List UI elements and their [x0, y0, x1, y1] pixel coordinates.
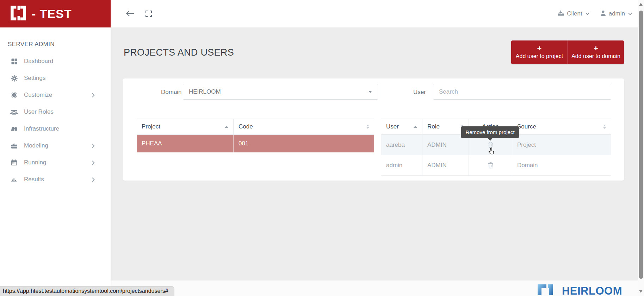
user-row: admin ADMIN [381, 155, 611, 176]
users-icon [10, 109, 18, 115]
heirloom-logo: HEIRLOOM [537, 282, 622, 296]
chevron-down-icon [628, 11, 632, 17]
logo-text: - TEST [32, 7, 72, 21]
client-label: Client [567, 10, 582, 17]
column-header-project[interactable]: Project [137, 119, 233, 135]
projects-users-card: Domain HEIRLOOM User Project Code [123, 78, 624, 181]
sidebar-item-label: Results [24, 176, 44, 183]
action-cell [469, 155, 512, 176]
remove-from-domain-button[interactable] [487, 161, 494, 169]
bar-chart-icon [10, 177, 18, 182]
sidebar-item-label: User Roles [24, 108, 54, 115]
add-user-to-domain-button[interactable]: + Add user to domain [568, 40, 624, 64]
source-cell: Project [512, 135, 611, 155]
settings-gear-icon [10, 75, 18, 82]
sidebar-item-label: Infrastructure [24, 125, 59, 132]
projects-table: Project Code PHEAA 001 [137, 119, 374, 152]
sidebar-item-running[interactable]: Running [0, 154, 111, 171]
sidebar-item-dashboard[interactable]: Dashboard [0, 53, 111, 70]
briefcase-icon [10, 143, 18, 149]
user-search-input[interactable] [433, 84, 611, 100]
domain-select[interactable]: HEIRLOOM [183, 84, 378, 100]
chevron-right-icon [91, 160, 95, 165]
source-cell: Domain [512, 155, 611, 176]
tooltip: Remove from project [461, 126, 519, 141]
sort-ascending-icon [225, 126, 228, 128]
sidebar-item-results[interactable]: Results [0, 171, 111, 188]
sort-icon [366, 125, 369, 129]
chevron-down-icon [585, 11, 590, 17]
calendar-icon [10, 159, 18, 166]
status-url: https://app.htest.testautomationsystemto… [3, 288, 168, 294]
account-dropdown[interactable]: admin [600, 10, 632, 18]
project-row-selected[interactable]: PHEAA 001 [137, 135, 374, 152]
plus-icon: + [537, 45, 542, 52]
scrollbar-thumb[interactable] [639, 11, 643, 279]
vertical-scrollbar [638, 0, 644, 296]
chevron-right-icon [91, 143, 95, 149]
client-icon [558, 10, 564, 18]
back-button[interactable] [125, 10, 135, 17]
footer: HEIRLOOM [111, 281, 638, 296]
add-user-to-project-button[interactable]: + Add user to project [511, 40, 568, 64]
scroll-up-arrow[interactable] [639, 3, 643, 6]
column-header-code[interactable]: Code [233, 119, 374, 135]
user-icon [600, 10, 606, 18]
dashboard-icon [10, 58, 18, 64]
sidebar-nav: Dashboard [0, 53, 111, 188]
code-cell: 001 [233, 135, 374, 152]
chevron-right-icon [91, 93, 95, 98]
client-dropdown[interactable]: Client [558, 10, 589, 18]
app-logo[interactable]: - TEST [0, 0, 111, 27]
select-caret-icon [369, 91, 372, 93]
main-content: PROJECTS AND USERS + Add user to project… [111, 27, 638, 281]
column-header-source[interactable]: Source [512, 119, 611, 135]
tooltip-text: Remove from project [461, 126, 519, 138]
remove-from-project-button[interactable] [487, 141, 494, 149]
sidebar-item-infrastructure[interactable]: Infrastructure [0, 120, 111, 137]
sidebar-item-modeling[interactable]: Modeling [0, 137, 111, 154]
user-cell: admin [381, 155, 422, 176]
project-cell: PHEAA [137, 135, 233, 152]
sidebar-item-label: Dashboard [24, 58, 53, 65]
chevron-right-icon [91, 177, 95, 182]
sidebar-section-title: SERVER ADMIN [8, 41, 55, 48]
plus-icon: + [594, 45, 598, 52]
link-status-bar: https://app.htest.testautomationsystemto… [0, 286, 174, 296]
page-actions: + Add user to project + Add user to doma… [511, 40, 624, 64]
sidebar: - TEST SERVER ADMIN Dashboard [0, 0, 111, 296]
projects-table-header: Project Code [137, 119, 374, 135]
customize-gear-icon [10, 92, 18, 98]
sort-ascending-icon [414, 126, 417, 128]
sidebar-item-label: Modeling [24, 142, 48, 149]
sidebar-item-settings[interactable]: Settings [0, 70, 111, 87]
sidebar-item-label: Running [24, 159, 46, 166]
domain-select-value: HEIRLOOM [189, 88, 369, 95]
topbar: Client admin [111, 0, 638, 27]
user-label: User [413, 89, 426, 96]
role-cell: ADMIN [422, 155, 469, 176]
column-header-user[interactable]: User [381, 119, 422, 135]
heirloom-wordmark: HEIRLOOM [562, 285, 622, 296]
domain-label: Domain [161, 89, 182, 96]
sidebar-item-label: Customize [24, 92, 52, 99]
app-window: - TEST SERVER ADMIN Dashboard [0, 0, 644, 296]
user-cell: aareba [381, 135, 422, 155]
brand-mark-icon [11, 6, 26, 22]
heirloom-mark-icon [537, 282, 557, 296]
sidebar-item-user-roles[interactable]: User Roles [0, 103, 111, 120]
sidebar-item-customize[interactable]: Customize [0, 87, 111, 103]
fullscreen-button[interactable] [145, 10, 152, 17]
tooltip-arrow-icon [488, 138, 493, 141]
scroll-down-arrow[interactable] [639, 290, 643, 293]
binoculars-icon [10, 126, 18, 132]
sort-icon [603, 125, 606, 129]
page-title: PROJECTS AND USERS [124, 47, 234, 58]
sidebar-item-label: Settings [24, 75, 45, 82]
account-label: admin [609, 10, 625, 17]
topbar-right: Client admin [558, 0, 632, 27]
